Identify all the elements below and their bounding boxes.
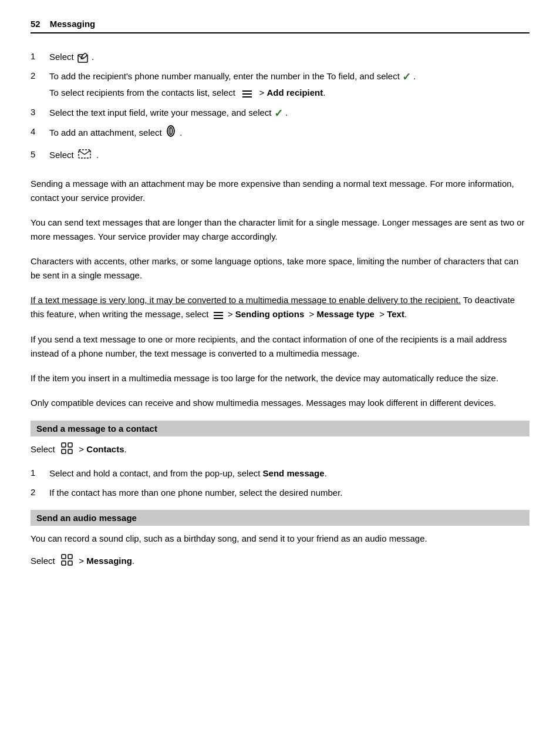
compose-icon xyxy=(77,53,89,62)
step-4-text: To add an attachment, select xyxy=(49,128,164,138)
section-audio-select: Select > Messaging. xyxy=(31,554,529,570)
step-2-period: . xyxy=(413,71,416,81)
section-contact-step-2: 2 If the contact has more than one phone… xyxy=(31,486,529,499)
section-audio-title: Send an audio message xyxy=(36,513,137,523)
step-1-content: Select . xyxy=(49,50,529,63)
svg-rect-21 xyxy=(68,449,72,454)
svg-rect-22 xyxy=(62,555,66,559)
para-4: If a text message is very long, it may b… xyxy=(31,293,529,322)
page-header: 52 Messaging xyxy=(31,19,529,33)
messaging-label: Messaging xyxy=(86,556,132,566)
section-contact-title: Send a message to a contact xyxy=(36,424,157,434)
step-2-content: To add the recipient's phone number manu… xyxy=(49,69,529,100)
step-1: 1 Select . xyxy=(31,50,529,63)
apps-icon-2 xyxy=(61,554,73,570)
step-3-content: Select the text input field, write your … xyxy=(49,106,529,119)
step-4-num: 4 xyxy=(31,125,49,139)
section-contact-intro: Select > Contacts. xyxy=(31,442,529,458)
check-icon-1: ✓ xyxy=(402,72,411,82)
menu-icon-1 xyxy=(241,86,253,100)
section-audio: Send an audio message You can record a s… xyxy=(31,510,529,570)
para-3: Characters with accents, other marks, or… xyxy=(31,254,529,283)
para-5: If you send a text message to one or mor… xyxy=(31,332,529,361)
step-2-subline: To select recipients from the contacts l… xyxy=(49,86,529,100)
step-5-period: . xyxy=(96,150,99,160)
page-title: Messaging xyxy=(50,19,96,29)
svg-rect-18 xyxy=(62,443,66,447)
sending-options-label: Sending options xyxy=(235,309,305,319)
contact-step-2-content: If the contact has more than one phone n… xyxy=(49,486,529,499)
contact-step-2-num: 2 xyxy=(31,486,49,499)
step-4: 4 To add an attachment, select . xyxy=(31,125,529,142)
section-audio-header: Send an audio message xyxy=(31,510,529,526)
para-6: If the item you insert in a multimedia m… xyxy=(31,371,529,385)
svg-rect-23 xyxy=(68,555,72,559)
step-4-period: . xyxy=(180,128,182,138)
section-contact-header: Send a message to a contact xyxy=(31,421,529,436)
svg-line-14 xyxy=(85,150,90,154)
body-paragraphs: Sending a message with an attachment may… xyxy=(31,177,529,410)
check-icon-2: ✓ xyxy=(274,108,283,119)
para-7: Only compatible devices can receive and … xyxy=(31,396,529,410)
step-5-text: Select xyxy=(49,150,76,160)
para-4-underline-start: If a text message is very long, it may b… xyxy=(31,295,461,305)
menu-icon-2 xyxy=(212,308,224,322)
section-contact: Send a message to a contact Select > Con… xyxy=(31,421,529,500)
step-3-text: Select the text input field, write your … xyxy=(49,108,274,117)
page-content: 52 Messaging 1 Select xyxy=(0,0,560,739)
step-5-content: Select . xyxy=(49,148,529,163)
contacts-label: Contacts xyxy=(86,444,124,454)
send-icon xyxy=(77,148,93,163)
contact-step-1-num: 1 xyxy=(31,466,49,480)
svg-rect-20 xyxy=(62,449,66,454)
contact-step-1-content: Select and hold a contact, and from the … xyxy=(49,466,529,480)
step-1-period: . xyxy=(92,52,94,62)
main-steps-list: 1 Select . xyxy=(31,50,529,164)
send-message-label: Send message xyxy=(263,468,325,478)
text-option-label: Text xyxy=(387,309,404,319)
step-3: 3 Select the text input field, write you… xyxy=(31,106,529,119)
attach-icon xyxy=(166,125,176,142)
step-5-num: 5 xyxy=(31,148,49,162)
step-2-num: 2 xyxy=(31,69,49,83)
svg-rect-25 xyxy=(68,561,72,565)
step-5: 5 Select . xyxy=(31,148,529,163)
step-1-num: 1 xyxy=(31,50,49,63)
step-2-text: To add the recipient's phone number manu… xyxy=(49,71,402,81)
page-number: 52 xyxy=(31,19,41,29)
svg-line-13 xyxy=(79,150,85,154)
add-recipient-label: Add recipient xyxy=(266,88,323,98)
para-1: Sending a message with an attachment may… xyxy=(31,177,529,205)
step-2: 2 To add the recipient's phone number ma… xyxy=(31,69,529,100)
section-contact-step-1: 1 Select and hold a contact, and from th… xyxy=(31,466,529,480)
svg-rect-24 xyxy=(62,561,66,565)
message-type-label: Message type xyxy=(317,309,375,319)
step-1-text: Select xyxy=(49,52,76,62)
step-3-period: . xyxy=(285,108,288,117)
svg-rect-19 xyxy=(68,443,72,447)
step-4-content: To add an attachment, select . xyxy=(49,125,529,142)
section-audio-intro: You can record a sound clip, such as a b… xyxy=(31,532,529,546)
para-2: You can send text messages that are long… xyxy=(31,216,529,244)
apps-icon-1 xyxy=(61,442,73,458)
svg-rect-12 xyxy=(79,150,90,158)
section-contact-steps: 1 Select and hold a contact, and from th… xyxy=(31,466,529,500)
step-3-num: 3 xyxy=(31,106,49,119)
